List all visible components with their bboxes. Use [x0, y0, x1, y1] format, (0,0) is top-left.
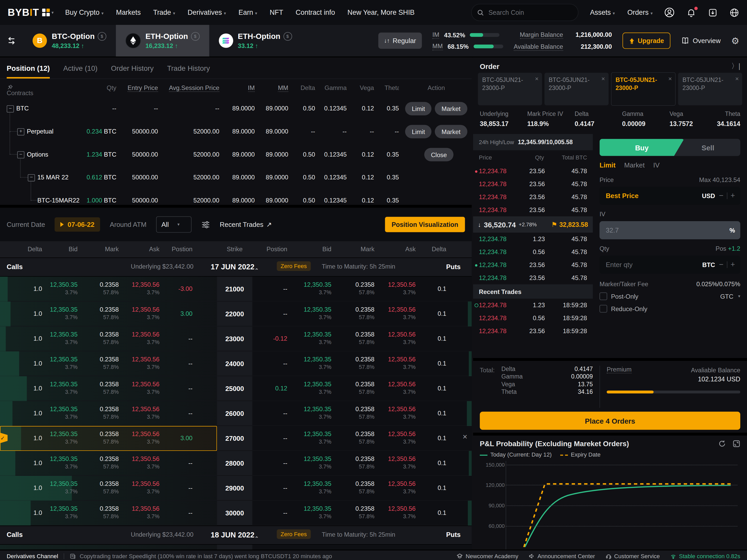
nav-item-trade[interactable]: Trade▾	[153, 8, 175, 16]
sell-button[interactable]: Sell	[675, 139, 740, 156]
ask-row[interactable]: 12,234.7823.5645.78	[473, 178, 593, 191]
notification-bell-icon[interactable]	[686, 7, 696, 18]
order-type-market[interactable]: Market	[624, 161, 645, 169]
reduce-only-checkbox[interactable]	[599, 305, 607, 313]
bid-row[interactable]: 12,234.780.5645.78	[473, 245, 593, 259]
status-newcomer-academy[interactable]: Newcomer Academy	[457, 553, 518, 559]
deselect-icon[interactable]: ×	[463, 432, 467, 442]
qty-minus-button[interactable]: −	[719, 260, 723, 269]
profile-icon[interactable]	[664, 7, 675, 18]
price-input[interactable]	[605, 191, 698, 200]
option-row-27000[interactable]: 1.012,350.353.7%0.235857.8%12,350.563.7%…	[0, 426, 471, 451]
overview-link[interactable]: Overview	[680, 37, 721, 45]
collapse-icon[interactable]: −	[28, 174, 35, 182]
collapse-icon[interactable]: −	[7, 105, 14, 112]
last-price-row[interactable]: ↓ 36,520.74 +2.78% ⚑32,823.58	[473, 216, 593, 233]
qty-plus-button[interactable]: +	[731, 260, 735, 269]
option-row-28000[interactable]: 1.012,350.353.7%0.235857.8%12,350.563.7%…	[0, 451, 471, 476]
ask-row[interactable]: 12,234.7823.5645.78	[473, 165, 593, 178]
filter-sliders-icon[interactable]	[201, 220, 210, 229]
close-tab-icon[interactable]: ×	[668, 75, 672, 83]
order-type-iv[interactable]: IV	[653, 161, 660, 169]
limit-close-button[interactable]: Limit	[405, 125, 432, 138]
contract-tab-0[interactable]: BTC-05JUN21-23000-P×	[478, 73, 542, 106]
search-input[interactable]	[488, 8, 557, 16]
status-announcement-center[interactable]: Announcement Center	[529, 553, 595, 559]
nav-item-nft[interactable]: NFT	[270, 8, 283, 16]
trade-row[interactable]: 12,234.780.5618:59:28	[473, 312, 593, 325]
price-minus-button[interactable]: −	[719, 191, 723, 200]
option-row-26000[interactable]: 1.012,350.353.7%0.235857.8%12,350.563.7%…	[0, 401, 471, 426]
option-row-22000[interactable]: 1.012,350.353.7%0.235857.8%12,350.563.7%…	[0, 301, 471, 326]
apps-grid-icon[interactable]	[42, 8, 50, 16]
settings-gear-icon[interactable]: ⚙	[731, 35, 739, 46]
close-tab-icon[interactable]: ×	[601, 75, 605, 83]
ask-row[interactable]: 12,234.7823.5645.78	[473, 204, 593, 216]
qty-input[interactable]	[605, 260, 698, 269]
instrument-tab-0[interactable]: BBTC-Option$48,233.12 ↑	[23, 25, 116, 56]
nav-item-earn[interactable]: Earn▾	[238, 8, 257, 16]
nav-item-new-year-more-shib[interactable]: New Year, More SHIB	[347, 8, 415, 16]
instrument-tab-1[interactable]: ETH-Option$16,233.12 ↑	[116, 25, 209, 56]
contract-tab-1[interactable]: BTC-05JUN21-23000-P×	[544, 73, 609, 106]
buy-button[interactable]: Buy	[599, 139, 684, 156]
download-icon[interactable]	[708, 7, 718, 18]
expand-icon[interactable]: +	[17, 128, 24, 136]
position-visualization-button[interactable]: Position Visualization	[385, 217, 465, 232]
trade-row[interactable]: 12,234.781.2318:59:28	[473, 299, 593, 312]
refresh-icon[interactable]	[718, 440, 726, 448]
atm-select[interactable]: All▾	[156, 216, 192, 233]
option-row-25000[interactable]: 1.012,350.353.7%0.235857.8%12,350.563.7%…	[0, 376, 471, 401]
status-customer-service[interactable]: Customer Service	[606, 553, 660, 559]
bid-row[interactable]: 12,234.7823.5645.78	[473, 259, 593, 271]
post-only-checkbox[interactable]	[599, 292, 607, 300]
nav-item-derivatives[interactable]: Derivatives▾	[187, 8, 226, 16]
nav-item-orders[interactable]: Orders▾	[627, 8, 653, 16]
limit-close-button[interactable]: Limit	[405, 102, 432, 115]
price-plus-button[interactable]: +	[731, 191, 735, 200]
place-orders-button[interactable]: Place 4 Orders	[480, 412, 740, 430]
bybit-logo[interactable]: BYBIT ▾	[8, 7, 54, 18]
nav-item-assets[interactable]: Assets▾	[590, 8, 615, 16]
option-row-21000[interactable]: 1.012,350.353.7%0.235857.8%12,350.563.7%…	[0, 277, 471, 301]
tab-active-10-[interactable]: Active (10)	[63, 58, 98, 79]
market-close-button[interactable]: Market	[435, 102, 467, 115]
current-date-button[interactable]: 07-06-22	[55, 217, 100, 232]
bid-row[interactable]: 12,234.7823.5645.78	[473, 271, 593, 285]
tab-position-12-[interactable]: Position (12)	[7, 58, 50, 79]
swap-icon[interactable]	[0, 25, 23, 56]
tab-trade-history[interactable]: Trade History	[167, 58, 210, 79]
close-tab-icon[interactable]: ×	[535, 75, 538, 83]
derivatives-channel[interactable]: Derivatives Channel	[7, 553, 58, 559]
nav-item-contract-info[interactable]: Contract info	[296, 8, 335, 16]
contract-tab-2[interactable]: BTC-05JUN21-23000-P×	[611, 72, 676, 106]
upgrade-button[interactable]: Upgrade	[622, 33, 670, 49]
globe-icon[interactable]	[729, 7, 740, 18]
stat-mark-price-iv: Mark Price IV118.9%	[527, 110, 575, 127]
tab-order-history[interactable]: Order History	[111, 58, 154, 79]
nav-item-buy-crypto[interactable]: Buy Crypto▾	[65, 8, 103, 16]
option-row-24000[interactable]: 1.012,350.353.7%0.235857.8%12,350.563.7%…	[0, 351, 471, 376]
news-ticker[interactable]: Copytrading trader Speedlight (100% win …	[70, 553, 332, 559]
option-row-30000[interactable]: 1.012,350.353.7%0.235857.8%12,350.563.7%…	[0, 501, 471, 526]
recent-trades-link[interactable]: Recent Trades↗	[220, 221, 272, 229]
instrument-tab-2[interactable]: ETH-Option$33.12 ↑	[209, 25, 301, 56]
ask-row[interactable]: 12,234.7823.5645.78	[473, 191, 593, 204]
close-button[interactable]: Close	[424, 148, 454, 161]
iv-input[interactable]	[605, 226, 726, 234]
market-close-button[interactable]: Market	[435, 125, 467, 138]
option-row-23000[interactable]: 1.012,350.353.7%0.235857.8%12,350.563.7%…	[0, 326, 471, 351]
search-box[interactable]	[471, 4, 579, 21]
nav-item-markets[interactable]: Markets	[116, 8, 140, 16]
contract-tab-3[interactable]: BTC-05JUN21-23000-P×	[678, 73, 742, 106]
option-row-29000[interactable]: 1.012,350.353.7%0.235857.8%12,350.563.7%…	[0, 476, 471, 501]
order-type-limit[interactable]: Limit	[599, 161, 616, 169]
expand-icon[interactable]	[733, 440, 741, 448]
collapse-icon[interactable]: −	[17, 151, 24, 158]
bid-row[interactable]: 12,234.781.2345.78	[473, 233, 593, 245]
regular-mode-button[interactable]: ↓↑Regular	[378, 33, 422, 49]
time-in-force-select[interactable]: GTC▾	[720, 293, 741, 300]
collapse-panel-icon[interactable]: 〉|	[731, 61, 740, 71]
trade-row[interactable]: 12,234.7823.5618:59:28	[473, 325, 593, 338]
close-tab-icon[interactable]: ×	[735, 75, 739, 83]
